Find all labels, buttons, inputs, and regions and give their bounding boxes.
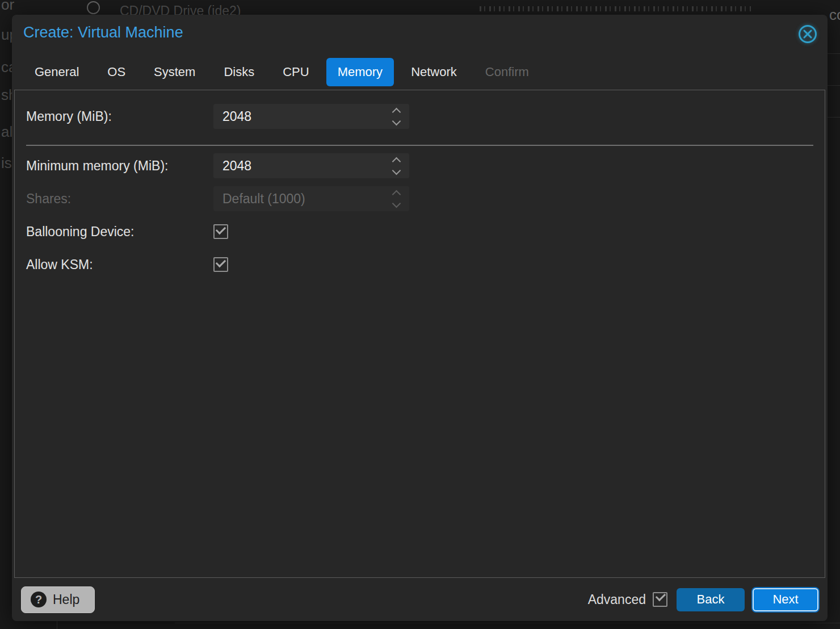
allow-ksm-row: Allow KSM: [26, 252, 813, 277]
advanced-label: Advanced [588, 592, 646, 607]
tab-network[interactable]: Network [400, 58, 468, 86]
spinner-arrows-icon [388, 186, 405, 211]
wizard-tabbar: General OS System Disks CPU Memory Netwo… [12, 58, 828, 86]
tab-confirm: Confirm [474, 58, 540, 86]
memory-row: Memory (MiB): 2048 [26, 104, 813, 129]
checkmark-icon [656, 591, 666, 601]
shares-label: Shares: [26, 191, 213, 207]
ballooning-row: Ballooning Device: [26, 219, 813, 244]
memory-form-panel: Memory (MiB): 2048 Minimum memory (MiB):… [14, 90, 825, 578]
spinner-arrows-icon[interactable] [388, 153, 405, 178]
tab-memory[interactable]: Memory [326, 58, 394, 86]
dialog-title: Create: Virtual Machine [23, 24, 816, 41]
footer-actions: Advanced Back Next [588, 588, 818, 611]
dialog-header: Create: Virtual Machine [12, 15, 828, 45]
dialog-footer: ? Help Advanced Back Next [12, 578, 828, 621]
ballooning-label: Ballooning Device: [26, 224, 213, 240]
minimum-memory-row: Minimum memory (MiB): 2048 [26, 153, 813, 178]
tab-general[interactable]: General [23, 58, 90, 86]
question-mark-icon: ? [31, 592, 47, 607]
back-button[interactable]: Back [677, 588, 745, 611]
tab-cpu[interactable]: CPU [271, 58, 320, 86]
allow-ksm-checkbox[interactable] [213, 257, 228, 272]
memory-spinner[interactable]: 2048 [213, 104, 409, 129]
section-divider [26, 145, 813, 146]
illegible-text-fragment [480, 6, 751, 11]
tab-os[interactable]: OS [96, 58, 137, 86]
advanced-checkbox[interactable] [653, 592, 667, 607]
minimum-memory-value: 2048 [222, 158, 251, 174]
tab-system[interactable]: System [142, 58, 207, 86]
bg-sidebar-fragment: or [1, 0, 14, 14]
ballooning-checkbox[interactable] [213, 224, 228, 239]
checkmark-icon [216, 257, 226, 267]
bg-grid-line [828, 117, 840, 118]
bg-grid-line [57, 621, 57, 629]
bg-grid-line [828, 85, 840, 86]
next-button[interactable]: Next [753, 588, 818, 611]
shares-value: Default (1000) [222, 191, 305, 207]
allow-ksm-label: Allow KSM: [26, 257, 213, 272]
help-button-label: Help [53, 592, 79, 607]
memory-label: Memory (MiB): [26, 109, 213, 124]
memory-value: 2048 [222, 109, 251, 124]
bg-grid-line [175, 623, 840, 623]
shares-spinner: Default (1000) [213, 186, 409, 211]
proxmox-screen: or up ca sh all iss CD/DVD Drive (ide2) … [0, 0, 840, 629]
create-vm-dialog: Create: Virtual Machine General OS Syste… [12, 15, 828, 621]
minimum-memory-spinner[interactable]: 2048 [213, 153, 409, 178]
checkmark-icon [216, 224, 226, 234]
help-button[interactable]: ? Help [21, 586, 95, 613]
bg-grid-line [828, 53, 840, 54]
tab-disks[interactable]: Disks [212, 58, 266, 86]
radio-button-icon [87, 1, 100, 14]
minimum-memory-label: Minimum memory (MiB): [26, 158, 213, 174]
spinner-arrows-icon[interactable] [388, 104, 405, 129]
bg-right-fragment: co [829, 6, 840, 24]
close-icon[interactable] [797, 24, 818, 44]
shares-row: Shares: Default (1000) [26, 186, 813, 211]
